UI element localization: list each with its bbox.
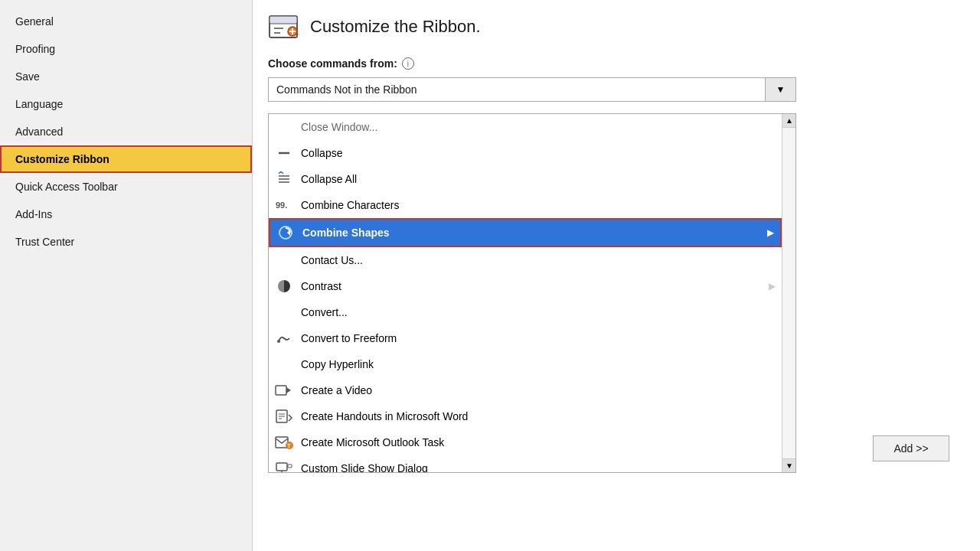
svg-text:99.: 99. xyxy=(276,201,287,210)
commands-dropdown-container: Commands Not in the Ribbon ▼ xyxy=(268,77,965,102)
sidebar-item-add-ins[interactable]: Add-Ins xyxy=(0,201,252,228)
no-icon xyxy=(275,355,293,373)
command-label: Copy Hyperlink xyxy=(301,358,374,370)
svg-rect-24 xyxy=(276,463,287,471)
command-label: Contrast xyxy=(301,280,341,292)
no-icon xyxy=(275,303,293,321)
sidebar-item-proofing[interactable]: Proofing xyxy=(0,35,252,63)
svg-point-14 xyxy=(277,340,280,343)
sidebar-item-general[interactable]: General xyxy=(0,8,252,35)
list-item[interactable]: Create Handouts in Microsoft Word xyxy=(269,403,782,429)
no-icon xyxy=(275,251,293,269)
svg-rect-15 xyxy=(276,386,286,395)
list-up-icon xyxy=(275,170,293,188)
command-label: Convert to Freeform xyxy=(301,332,397,344)
command-label: Create a Video xyxy=(301,384,372,396)
sidebar-item-save[interactable]: Save xyxy=(0,63,252,90)
wave-icon xyxy=(275,329,293,347)
commands-panel: Close Window...Collapse Collapse All99.C… xyxy=(268,113,796,473)
list-item[interactable]: Combine Shapes▶ xyxy=(269,218,782,247)
outlook-icon: T xyxy=(275,433,293,452)
page-header: Customize the Ribbon. xyxy=(268,11,965,42)
customize-ribbon-icon xyxy=(268,11,299,42)
circle-arrow-icon xyxy=(276,223,295,242)
main-content-area: Customize the Ribbon. Choose commands fr… xyxy=(253,0,980,551)
scrollbar-down-btn[interactable]: ▼ xyxy=(782,458,796,472)
list-item[interactable]: Create a Video xyxy=(269,377,782,403)
list-item[interactable]: 99.Combine Characters xyxy=(269,192,782,218)
commands-wrapper: Close Window...Collapse Collapse All99.C… xyxy=(268,113,965,473)
command-label: Create Microsoft Outlook Task xyxy=(301,436,444,448)
list-item[interactable]: Close Window... xyxy=(269,114,782,140)
settings-sidebar: General Proofing Save Language Advanced … xyxy=(0,0,253,551)
command-label: Collapse All xyxy=(301,173,357,185)
half-circle-icon xyxy=(275,277,293,295)
submenu-arrow-icon: ▶ xyxy=(767,227,774,238)
command-label: Combine Characters xyxy=(301,199,399,211)
submenu-arrow-icon: ▶ xyxy=(769,281,776,292)
sidebar-item-customize-ribbon[interactable]: Customize Ribbon xyxy=(0,145,252,173)
choose-commands-label: Choose commands from: xyxy=(268,57,397,70)
list-item[interactable]: Custom Slide Show Dialog xyxy=(269,455,782,472)
sidebar-item-trust-center[interactable]: Trust Center xyxy=(0,228,252,256)
page-title: Customize the Ribbon. xyxy=(310,17,481,37)
scrollbar-up-btn[interactable]: ▲ xyxy=(782,114,796,128)
command-label: Combine Shapes xyxy=(302,227,390,239)
list-item[interactable]: Collapse xyxy=(269,140,782,166)
list-item[interactable]: Convert... xyxy=(269,299,782,325)
list-item[interactable]: T Create Microsoft Outlook Task xyxy=(269,429,782,455)
add-button-container: Add >> xyxy=(873,435,949,461)
doc-arrow-icon xyxy=(275,407,293,425)
info-icon[interactable]: i xyxy=(402,57,414,70)
command-label: Contact Us... xyxy=(301,254,363,266)
command-label: Collapse xyxy=(301,147,342,159)
list-item[interactable]: Contact Us... xyxy=(269,247,782,273)
no-icon xyxy=(275,118,293,136)
video-icon xyxy=(275,381,293,399)
scrollbar-track: ▲ ▼ xyxy=(782,114,795,472)
list-item[interactable]: Copy Hyperlink xyxy=(269,351,782,377)
svg-marker-16 xyxy=(286,387,291,393)
99-icon: 99. xyxy=(275,196,293,214)
command-label: Close Window... xyxy=(301,121,377,133)
list-item[interactable]: Contrast▶ xyxy=(269,273,782,299)
commands-list[interactable]: Close Window...Collapse Collapse All99.C… xyxy=(269,114,782,472)
svg-rect-1 xyxy=(270,16,297,24)
svg-text:T: T xyxy=(287,442,291,449)
command-label: Convert... xyxy=(301,306,348,318)
add-button[interactable]: Add >> xyxy=(873,435,949,461)
commands-dropdown[interactable]: Commands Not in the Ribbon xyxy=(268,77,766,102)
sidebar-item-advanced[interactable]: Advanced xyxy=(0,118,252,145)
list-item[interactable]: Convert to Freeform xyxy=(269,325,782,351)
choose-commands-row: Choose commands from: i xyxy=(268,57,965,70)
command-label: Custom Slide Show Dialog xyxy=(301,462,428,472)
slides-icon xyxy=(275,459,293,472)
command-label: Create Handouts in Microsoft Word xyxy=(301,410,468,422)
dash-icon xyxy=(275,144,293,162)
list-item[interactable]: Collapse All xyxy=(269,166,782,192)
svg-marker-13 xyxy=(287,230,290,236)
sidebar-item-quick-access-toolbar[interactable]: Quick Access Toolbar xyxy=(0,173,252,201)
dropdown-arrow-btn[interactable]: ▼ xyxy=(766,77,796,102)
chevron-down-icon: ▼ xyxy=(776,84,786,95)
svg-rect-27 xyxy=(288,465,292,468)
sidebar-item-language[interactable]: Language xyxy=(0,90,252,118)
